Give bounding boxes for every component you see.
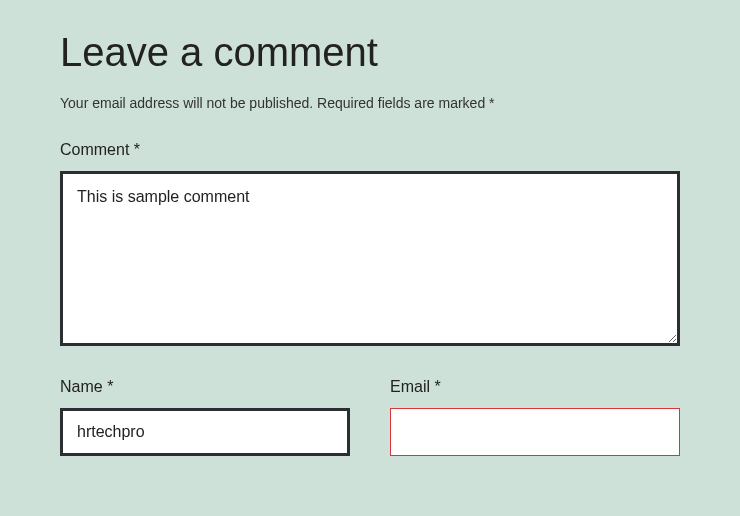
comment-field-group: Comment *	[60, 141, 680, 350]
email-label: Email *	[390, 378, 680, 396]
name-label: Name *	[60, 378, 350, 396]
name-input[interactable]	[60, 408, 350, 456]
email-notice: Your email address will not be published…	[60, 95, 680, 111]
comment-textarea[interactable]	[60, 171, 680, 346]
email-input[interactable]	[390, 408, 680, 456]
name-field-group: Name *	[60, 378, 350, 456]
page-title: Leave a comment	[60, 30, 680, 75]
comment-label: Comment *	[60, 141, 680, 159]
email-field-group: Email *	[390, 378, 680, 456]
